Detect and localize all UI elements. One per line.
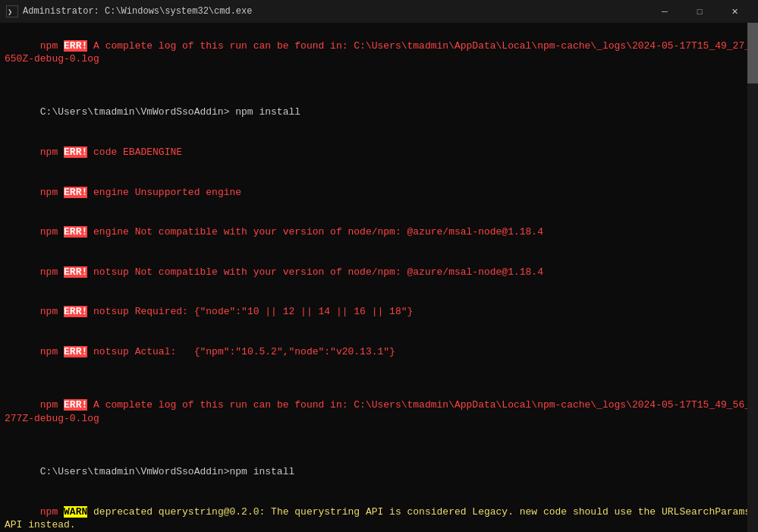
terminal-line: npm ERR! notsup Not compatible with your… — [5, 252, 753, 292]
terminal-line: npm ERR! code EBADENGINE — [5, 132, 753, 172]
window-title: Administrator: C:\Windows\system32\cmd.e… — [23, 6, 252, 17]
maximize-button[interactable]: □ — [682, 0, 717, 23]
terminal-line: npm ERR! notsup Required: {"node":"10 ||… — [5, 292, 753, 332]
terminal-line: npm ERR! engine Not compatible with your… — [5, 212, 753, 253]
title-bar-left: ❯ Administrator: C:\Windows\system32\cmd… — [6, 5, 252, 17]
terminal-line: npm WARN deprecated querystring@0.2.0: T… — [5, 492, 753, 532]
title-bar-controls: ─ □ ✕ — [647, 0, 752, 23]
terminal-line-blank — [5, 372, 753, 386]
scrollbar-thumb[interactable] — [747, 23, 758, 83]
terminal-line-blank — [5, 439, 753, 452]
title-bar: ❯ Administrator: C:\Windows\system32\cmd… — [0, 0, 758, 23]
scrollbar[interactable] — [747, 23, 758, 532]
terminal-line: npm ERR! A complete log of this run can … — [5, 26, 753, 79]
terminal-line: npm ERR! A complete log of this run can … — [5, 386, 753, 439]
terminal-body[interactable]: npm ERR! A complete log of this run can … — [0, 23, 758, 532]
svg-text:❯: ❯ — [8, 7, 12, 16]
terminal-line-blank — [5, 79, 753, 93]
cmd-icon: ❯ — [6, 5, 18, 17]
minimize-button[interactable]: ─ — [647, 0, 682, 23]
terminal-line: C:\Users\tmadmin\VmWordSsoAddin> npm ins… — [5, 93, 753, 133]
terminal-line: C:\Users\tmadmin\VmWordSsoAddin>npm inst… — [5, 452, 753, 493]
close-button[interactable]: ✕ — [717, 0, 752, 23]
terminal-line: npm ERR! notsup Actual: {"npm":"10.5.2",… — [5, 332, 753, 373]
terminal-line: npm ERR! engine Unsupported engine — [5, 172, 753, 212]
cmd-window: ❯ Administrator: C:\Windows\system32\cmd… — [0, 0, 758, 532]
